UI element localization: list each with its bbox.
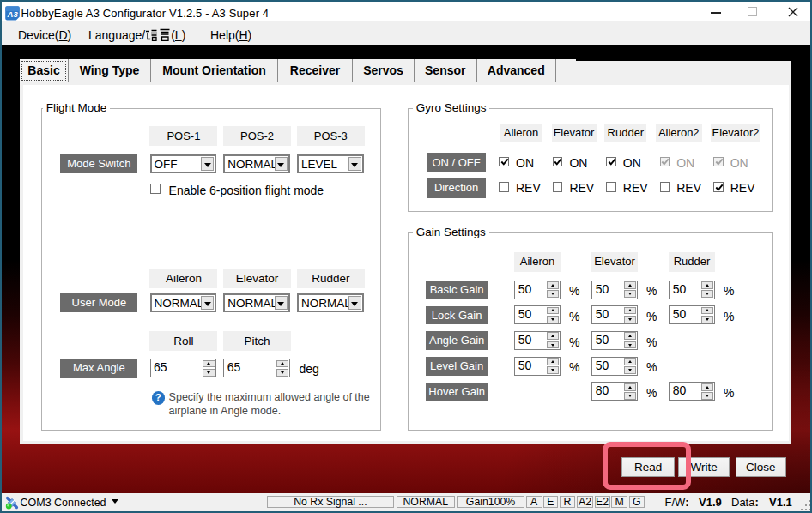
svg-text:A3: A3 — [7, 9, 19, 18]
